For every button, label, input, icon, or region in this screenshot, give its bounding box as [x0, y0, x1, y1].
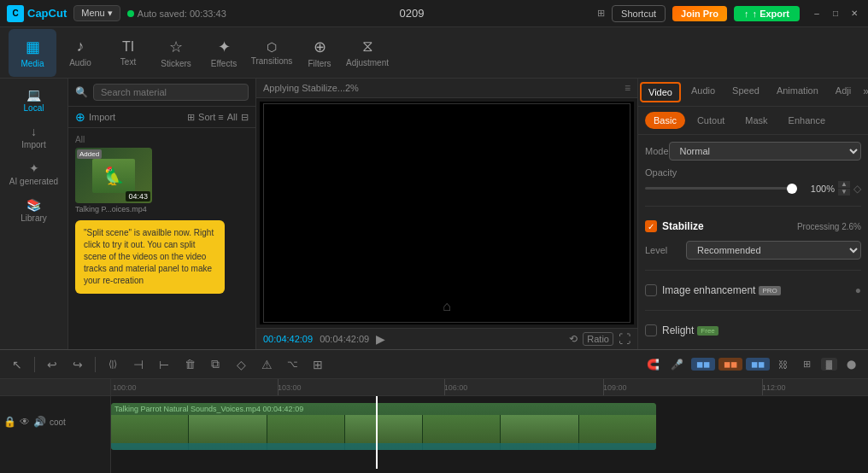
delete-button[interactable]: 🗑	[179, 354, 200, 375]
preview-topbar: Applying Stabilize...2% ≡	[256, 79, 637, 98]
subtab-enhance[interactable]: Enhance	[780, 112, 834, 129]
sidebar-item-local[interactable]: 💻 Local	[3, 83, 64, 118]
select-tool-button[interactable]: ↖	[7, 354, 27, 375]
stickers-label: Stickers	[161, 59, 191, 68]
processing-status: Processing 2.6%	[797, 222, 861, 231]
filter-icon[interactable]: ⊟	[241, 112, 249, 123]
toolbar-transitions[interactable]: ⬡ Transitions	[248, 29, 296, 77]
mode-select[interactable]: Normal	[669, 142, 861, 161]
adjust-button[interactable]: ⌥	[282, 354, 302, 375]
toolbar-filters[interactable]: ⊕ Filters	[296, 29, 343, 77]
media-content: All 🦜 Added 04:43 Talking P...oices.mp	[68, 128, 255, 349]
minimize-button[interactable]: –	[810, 7, 824, 20]
sort-button[interactable]: Sort ≡	[198, 112, 224, 122]
waves-button[interactable]: ▓	[821, 358, 837, 371]
timeline-tracks-area: 100:00 103:00 106:00 109:00 112:00 Talki…	[111, 379, 868, 473]
toolbar-adjustment[interactable]: ⧖ Adjustment	[343, 29, 391, 77]
animation-tab-label: Animation	[777, 85, 818, 96]
caution-button[interactable]: ⚠	[256, 354, 277, 375]
playhead[interactable]	[376, 396, 378, 469]
mic-button[interactable]: 🎤	[667, 354, 688, 375]
toolbar-text[interactable]: TI Text	[104, 29, 152, 77]
export-button[interactable]: ↑ ↑ Export	[734, 6, 800, 21]
trim-left-button[interactable]: ⊣	[128, 354, 149, 375]
dot-button[interactable]: ⬤	[841, 354, 861, 375]
relight-checkbox[interactable]	[645, 324, 657, 336]
undo-button[interactable]: ↩	[42, 354, 62, 375]
join-pro-button[interactable]: Join Pro	[672, 6, 727, 21]
clip-split-btn[interactable]: ◼◼	[691, 358, 715, 371]
grid-button[interactable]: ⊞	[797, 354, 818, 375]
rotate-fit-button[interactable]: ⟲	[569, 332, 578, 346]
image-enhancement-checkbox[interactable]	[645, 284, 657, 296]
shortcut-button[interactable]: Shortcut	[612, 5, 666, 22]
enhancement-info-icon[interactable]: ●	[855, 284, 861, 296]
import-icon: ↓	[31, 125, 37, 138]
sidebar-item-library[interactable]: 📚 Library	[3, 193, 64, 228]
play-button[interactable]: ▶	[376, 332, 385, 346]
preview-controls: 00:04:42:09 00:04:42:09 ▶ ⟲ Ratio ⛶	[256, 328, 637, 349]
local-label: Local	[24, 103, 44, 113]
tab-speed[interactable]: Speed	[724, 79, 768, 106]
video-clip-btn[interactable]: ◼◼	[746, 358, 770, 371]
opacity-increment[interactable]: ▲	[838, 181, 850, 188]
bird-thumb: 🦜	[92, 159, 135, 193]
toolbar-effects[interactable]: ✦ Effects	[200, 29, 248, 77]
sep-1	[34, 357, 35, 372]
tab-adji[interactable]: Adji	[827, 79, 859, 106]
grid-view-icon[interactable]: ⊞	[187, 112, 195, 123]
track-audio-button[interactable]: 🔊	[33, 416, 46, 428]
window-controls: – □ ✕	[810, 7, 861, 20]
project-name: 0209	[233, 7, 590, 20]
video-item[interactable]: 🦜 Added 04:43 Talking P...oices.mp4	[75, 148, 152, 213]
basic-subtab-label: Basic	[654, 115, 677, 126]
fullscreen-button[interactable]: ⛶	[619, 332, 630, 346]
video-clip[interactable]: Talking Parrot Natural Sounds_Voices.mp4…	[111, 403, 656, 450]
split-button[interactable]: ⟨|⟩	[103, 354, 123, 375]
search-input[interactable]	[93, 84, 249, 101]
media-search-bar: 🔍	[68, 79, 255, 107]
snap-button[interactable]: 🧲	[643, 354, 664, 375]
tab-animation[interactable]: Animation	[768, 79, 827, 106]
toolbar-audio[interactable]: ♪ Audio	[56, 29, 104, 77]
sidebar-item-import[interactable]: ↓ Import	[3, 120, 64, 155]
export-icon: ↑	[744, 9, 749, 19]
subtab-cutout[interactable]: Cutout	[689, 112, 733, 129]
audio-btn[interactable]: ◼◼	[718, 358, 742, 371]
tab-video[interactable]: Video	[640, 82, 681, 102]
toolbar-stickers[interactable]: ☆ Stickers	[152, 29, 200, 77]
preview-menu-icon[interactable]: ≡	[625, 82, 630, 94]
menu-button[interactable]: Menu ▾	[73, 5, 120, 21]
import-label: Import	[89, 112, 115, 122]
opacity-diamond-icon[interactable]: ◇	[853, 183, 861, 195]
relight-row: Relight Free	[645, 321, 861, 340]
check-icon: ✓	[648, 222, 654, 231]
close-button[interactable]: ✕	[847, 7, 861, 20]
restore-button[interactable]: □	[829, 7, 842, 20]
subtab-mask[interactable]: Mask	[736, 112, 776, 129]
opacity-row: Opacity 100% ▲ ▼ ◇	[645, 167, 861, 196]
toolbar-media[interactable]: ▦ Media	[9, 29, 56, 77]
forward-button[interactable]: ◇	[231, 354, 251, 375]
resize-handle[interactable]: ⌂	[443, 299, 451, 314]
opacity-slider[interactable]	[645, 187, 797, 190]
view-controls: ⊞ Sort ≡ All ⊟	[187, 112, 249, 123]
import-button[interactable]: ⊕ Import	[75, 110, 115, 124]
subtab-basic[interactable]: Basic	[645, 112, 685, 129]
sidebar-item-ai-generated[interactable]: ✦ AI generated	[3, 156, 64, 191]
link-button[interactable]: ⛓	[773, 354, 794, 375]
track-lock-button[interactable]: 🔒	[3, 416, 16, 428]
level-select[interactable]: Recommended	[686, 241, 861, 260]
ratio-button[interactable]: Ratio	[583, 332, 613, 346]
effects-label: Effects	[211, 59, 237, 68]
duplicate-button[interactable]: ⧉	[205, 354, 226, 375]
applying-status: Applying Stabilize...2%	[263, 83, 359, 93]
tab-audio[interactable]: Audio	[683, 79, 724, 106]
track-visibility-button[interactable]: 👁	[20, 416, 30, 428]
redo-button[interactable]: ↪	[67, 354, 88, 375]
opacity-decrement[interactable]: ▼	[838, 189, 850, 196]
more-tabs-button[interactable]: »	[859, 79, 868, 106]
stabilize-checkbox[interactable]: ✓	[645, 220, 657, 232]
add-button[interactable]: ⊞	[308, 354, 328, 375]
trim-right-button[interactable]: ⊢	[154, 354, 174, 375]
